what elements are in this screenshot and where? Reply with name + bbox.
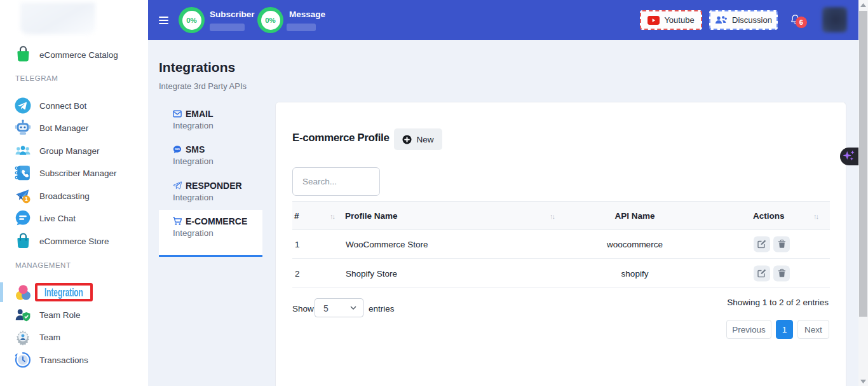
svg-text:SMS: SMS: [175, 148, 180, 151]
svg-text:1: 1: [25, 196, 28, 202]
